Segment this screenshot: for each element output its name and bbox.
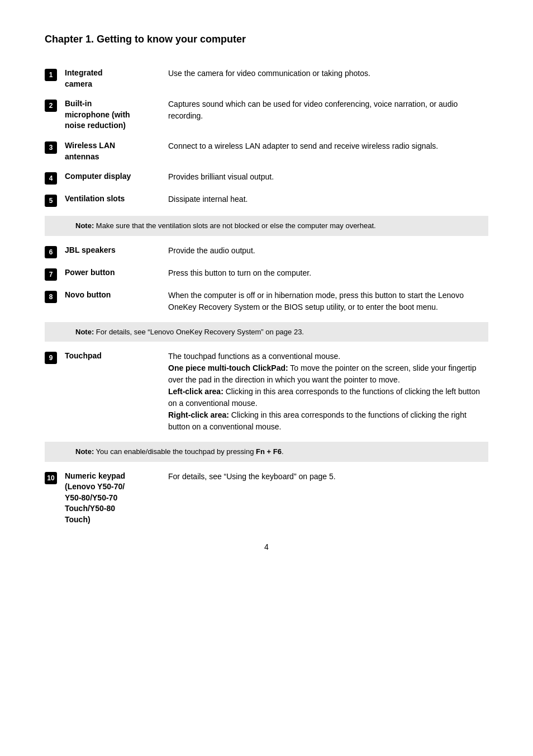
item-name-9: Touchpad: [65, 351, 168, 362]
item-name-7: Power button: [65, 267, 168, 278]
item-name-8: Novo button: [65, 290, 168, 301]
item-name-4: Computer display: [65, 171, 168, 182]
page-number: 4: [45, 542, 488, 551]
item-name-10: Numeric keypad(Lenovo Y50-70/Y50-80/Y50-…: [65, 471, 168, 526]
fn-f6-key: Fn + F6: [256, 447, 282, 456]
touchpad-rightclick-label: Right-click area:: [168, 410, 229, 419]
item-desc-4: Provides brilliant visual output.: [168, 171, 488, 183]
list-item: 3 Wireless LANantennas Connect to a wire…: [45, 140, 488, 162]
chapter-title: Chapter 1. Getting to know your computer: [45, 34, 488, 45]
item-number-6: 6: [45, 246, 57, 258]
item-number-3: 3: [45, 141, 57, 154]
item-number-1: 1: [45, 69, 57, 81]
note-label: Note:: [75, 447, 94, 456]
item-desc-10: For details, see “Using the keyboard” on…: [168, 471, 488, 483]
item-name-5: Ventilation slots: [65, 193, 168, 205]
item-desc-3: Connect to a wireless LAN adapter to sen…: [168, 140, 488, 152]
item-desc-6: Provide the audio output.: [168, 245, 488, 257]
list-item: 10 Numeric keypad(Lenovo Y50-70/Y50-80/Y…: [45, 471, 488, 526]
item-name-2: Built-inmicrophone (withnoise reduction): [65, 98, 168, 131]
note-text: Make sure that the ventilation slots are…: [96, 221, 376, 230]
item-number-7: 7: [45, 268, 57, 281]
list-item: 4 Computer display Provides brilliant vi…: [45, 171, 488, 185]
list-item: 2 Built-inmicrophone (withnoise reductio…: [45, 98, 488, 131]
item-desc-9: The touchpad functions as a conventional…: [168, 351, 488, 433]
item-number-5: 5: [45, 195, 57, 207]
list-item: 9 Touchpad The touchpad functions as a c…: [45, 351, 488, 433]
item-desc-8: When the computer is off or in hibernati…: [168, 290, 488, 313]
item-desc-7: Press this button to turn on the compute…: [168, 267, 488, 279]
touchpad-leftclick-label: Left-click area:: [168, 387, 223, 396]
item-name-3: Wireless LANantennas: [65, 140, 168, 162]
list-item: 6 JBL speakers Provide the audio output.: [45, 245, 488, 258]
item-desc-2: Captures sound which can be used for vid…: [168, 98, 488, 122]
note-label: Note:: [75, 221, 94, 230]
item-number-2: 2: [45, 100, 57, 112]
list-item: 8 Novo button When the computer is off o…: [45, 290, 488, 313]
item-desc-5: Dissipate internal heat.: [168, 193, 488, 205]
item-desc-1: Use the camera for video communication o…: [168, 68, 488, 79]
item-name-6: JBL speakers: [65, 245, 168, 256]
touchpad-clickpad-label: One piece multi-touch ClickPad:: [168, 363, 288, 372]
item-number-8: 8: [45, 291, 57, 303]
note-period: .: [282, 447, 284, 456]
item-number-9: 9: [45, 352, 57, 364]
note-touchpad: Note: You can enable/disable the touchpa…: [45, 442, 488, 462]
list-item: 1 Integratedcamera Use the camera for vi…: [45, 68, 488, 89]
item-number-4: 4: [45, 172, 57, 185]
list-item: 7 Power button Press this button to turn…: [45, 267, 488, 281]
item-name-1: Integratedcamera: [65, 68, 168, 89]
item-number-10: 10: [45, 472, 57, 484]
note-text: You can enable/disable the touchpad by p…: [96, 447, 256, 456]
note-text: For details, see “Lenovo OneKey Recovery…: [96, 328, 304, 336]
note-label: Note:: [75, 328, 94, 336]
content-area: 1 Integratedcamera Use the camera for vi…: [45, 68, 488, 526]
note-novo: Note: For details, see “Lenovo OneKey Re…: [45, 322, 488, 342]
list-item: 5 Ventilation slots Dissipate internal h…: [45, 193, 488, 207]
note-ventilation: Note: Make sure that the ventilation slo…: [45, 216, 488, 236]
